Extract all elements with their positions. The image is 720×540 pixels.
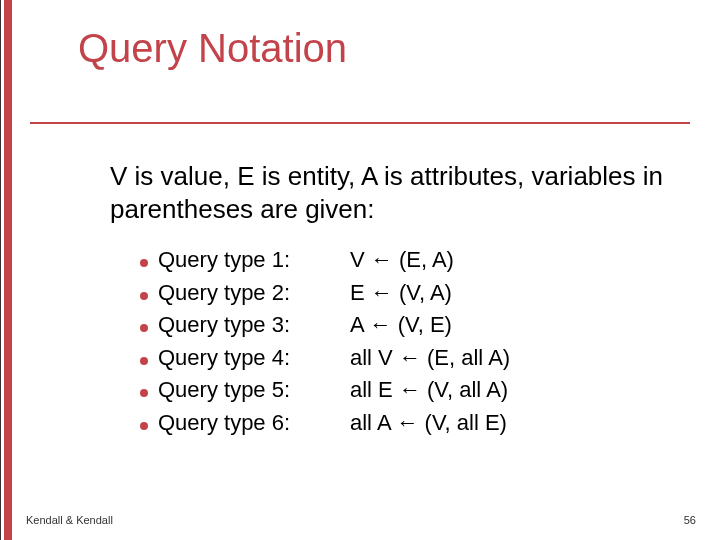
intro-text: V is value, E is entity, A is attributes…	[110, 160, 670, 227]
slide-title: Query Notation	[78, 26, 347, 71]
bullet-icon	[140, 422, 148, 430]
query-expression: A ← (V, E)	[350, 309, 660, 342]
query-expression: all A ← (V, all E)	[350, 407, 660, 440]
query-label: Query type 5:	[158, 374, 350, 407]
list-item: Query type 2: E ← (V, A)	[140, 277, 660, 310]
query-label: Query type 1:	[158, 244, 350, 277]
bullet-icon	[140, 357, 148, 365]
query-label: Query type 2:	[158, 277, 350, 310]
slide: Query Notation V is value, E is entity, …	[0, 0, 720, 540]
left-edge-line	[0, 0, 1, 540]
list-item: Query type 6: all A ← (V, all E)	[140, 407, 660, 440]
page-number: 56	[684, 514, 696, 526]
bullet-icon	[140, 259, 148, 267]
bullet-icon	[140, 324, 148, 332]
title-underline	[30, 122, 690, 124]
list-item: Query type 1: V ← (E, A)	[140, 244, 660, 277]
bullet-icon	[140, 292, 148, 300]
left-accent-stripe	[4, 0, 12, 540]
query-label: Query type 4:	[158, 342, 350, 375]
query-expression: V ← (E, A)	[350, 244, 660, 277]
list-item: Query type 4: all V ← (E, all A)	[140, 342, 660, 375]
query-list: Query type 1: V ← (E, A) Query type 2: E…	[140, 244, 660, 439]
list-item: Query type 5: all E ← (V, all A)	[140, 374, 660, 407]
query-label: Query type 6:	[158, 407, 350, 440]
query-expression: E ← (V, A)	[350, 277, 660, 310]
bullet-icon	[140, 389, 148, 397]
list-item: Query type 3: A ← (V, E)	[140, 309, 660, 342]
footer-author: Kendall & Kendall	[26, 514, 113, 526]
query-label: Query type 3:	[158, 309, 350, 342]
query-expression: all E ← (V, all A)	[350, 374, 660, 407]
query-expression: all V ← (E, all A)	[350, 342, 660, 375]
